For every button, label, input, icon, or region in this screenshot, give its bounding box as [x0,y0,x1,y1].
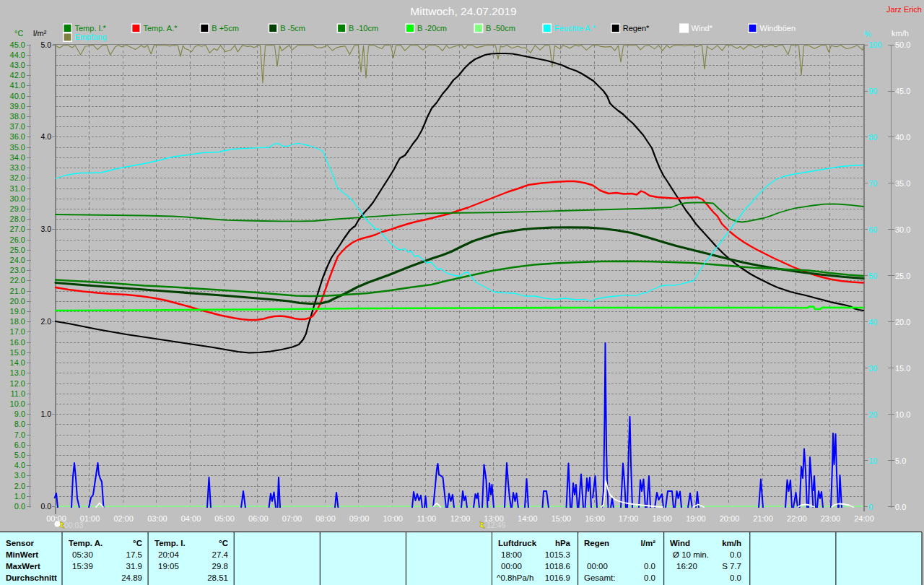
svg-text:2.0: 2.0 [14,482,25,490]
svg-text:km/h: km/h [722,539,741,547]
svg-text:Windböen: Windböen [760,24,796,32]
svg-text:Regen: Regen [584,539,609,547]
svg-text:1.0: 1.0 [14,492,25,500]
svg-text:1.0: 1.0 [40,410,51,418]
svg-text:100: 100 [868,40,881,49]
svg-text:Temp. I.*: Temp. I.* [75,24,107,32]
svg-text:B -20cm: B -20cm [417,24,447,32]
svg-text:00:00: 00:00 [46,514,66,523]
svg-text:Temp. A.: Temp. A. [69,539,103,547]
svg-text:°C: °C [219,539,228,547]
svg-text:Wind*: Wind* [692,24,713,32]
svg-text:%: % [864,30,871,38]
svg-text:15.0: 15.0 [895,364,910,373]
svg-text:0.0: 0.0 [730,550,741,559]
svg-text:15:39: 15:39 [72,562,93,571]
svg-text:37.0: 37.0 [10,122,25,131]
svg-text:0: 0 [868,503,873,511]
svg-text:24:00: 24:00 [854,514,874,523]
svg-text:Wind: Wind [670,539,690,547]
svg-text:21:00: 21:00 [753,514,773,523]
svg-text:16:20: 16:20 [676,562,697,571]
svg-text:34.0: 34.0 [10,153,25,162]
svg-text:17.5: 17.5 [126,550,142,559]
svg-text:30: 30 [868,364,877,373]
svg-text:Feuchte A.*: Feuchte A.* [554,24,596,32]
svg-text:03:00: 03:00 [147,514,167,523]
svg-text:41.0: 41.0 [10,81,25,90]
svg-text:9.0: 9.0 [14,410,25,418]
svg-text:Empfang: Empfang [75,32,107,41]
svg-text:50.0: 50.0 [895,40,910,49]
svg-text:5.0: 5.0 [14,451,25,459]
svg-text:40.0: 40.0 [10,92,25,100]
svg-text:l/m²: l/m² [641,539,656,547]
svg-text:10:00: 10:00 [383,514,403,523]
svg-text:23.0: 23.0 [10,266,25,274]
svg-text:04:00: 04:00 [181,514,201,523]
svg-text:B -50cm: B -50cm [486,24,515,32]
svg-text:hPa: hPa [555,539,571,547]
svg-text:00:00: 00:00 [501,562,522,571]
svg-text:15.0: 15.0 [10,348,25,357]
svg-text:10.0: 10.0 [10,399,25,408]
svg-text:10.0: 10.0 [895,410,910,419]
svg-text:08:00: 08:00 [315,514,336,523]
svg-text:42.0: 42.0 [10,71,25,79]
svg-text:36.0: 36.0 [10,132,25,141]
svg-text:35.0: 35.0 [895,179,910,188]
svg-text:40.0: 40.0 [895,133,910,142]
svg-text:00:00: 00:00 [587,562,608,571]
svg-text:80: 80 [868,133,877,142]
svg-text:12:46: 12:46 [487,521,505,529]
svg-text:km/h: km/h [892,29,909,38]
svg-text:28.51: 28.51 [207,573,228,582]
svg-text:Gesamt:: Gesamt: [584,573,615,582]
svg-text:29.8: 29.8 [212,562,228,571]
svg-text:Temp. A.*: Temp. A.* [143,24,178,32]
svg-text:21.0: 21.0 [10,287,25,295]
svg-text:39.0: 39.0 [10,102,25,110]
svg-text:Temp. I.: Temp. I. [154,539,186,547]
svg-text:10: 10 [868,456,877,465]
svg-text:00:03: 00:03 [64,521,83,529]
svg-text:20:04: 20:04 [158,550,179,559]
svg-text:20:00: 20:00 [720,514,740,523]
svg-text:27.4: 27.4 [212,550,229,559]
svg-text:2.0: 2.0 [40,317,51,326]
svg-text:31.0: 31.0 [10,184,25,193]
svg-text:°C: °C [14,29,23,38]
svg-text:4.0: 4.0 [40,132,51,141]
svg-text:B +5cm: B +5cm [212,24,239,32]
svg-text:Durchschnitt: Durchschnitt [6,573,57,582]
svg-text:50: 50 [868,272,877,280]
svg-text:14.0: 14.0 [10,358,25,367]
svg-text:17:00: 17:00 [619,514,639,523]
svg-text:16.0: 16.0 [10,338,25,347]
svg-text:70: 70 [868,179,877,188]
svg-text:B -5cm: B -5cm [280,24,305,32]
svg-text:45.0: 45.0 [895,87,910,95]
svg-text:44.0: 44.0 [10,51,25,59]
svg-text:Ø 10 min.: Ø 10 min. [673,550,709,559]
svg-text:28.0: 28.0 [10,214,25,223]
svg-text:20: 20 [868,410,877,419]
svg-text:22:00: 22:00 [787,514,807,523]
svg-text:0.0: 0.0 [644,573,655,582]
svg-text:33.0: 33.0 [10,163,25,172]
svg-text:11:00: 11:00 [417,514,437,523]
svg-text:l/m²: l/m² [33,29,47,38]
svg-text:5.0: 5.0 [40,40,51,49]
svg-text:°C: °C [133,539,142,547]
svg-text:18:00: 18:00 [652,514,672,523]
svg-text:0.0: 0.0 [644,562,655,571]
svg-text:20.0: 20.0 [10,297,25,306]
svg-text:20.0: 20.0 [895,318,910,326]
svg-text:02:00: 02:00 [113,514,134,523]
svg-text:0.0: 0.0 [40,502,51,511]
svg-text:07:00: 07:00 [282,514,302,523]
svg-text:3.0: 3.0 [14,471,25,480]
svg-text:18.0: 18.0 [10,317,25,326]
svg-text:29.0: 29.0 [10,204,25,213]
svg-text:60: 60 [868,225,877,234]
